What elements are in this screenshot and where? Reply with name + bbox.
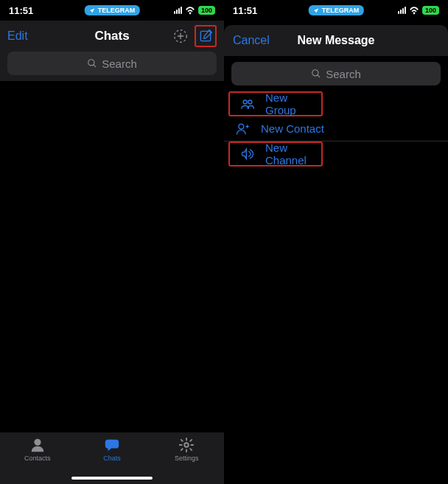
new-message-header: Cancel New Message	[224, 25, 448, 56]
telegram-icon	[313, 7, 320, 14]
svg-point-9	[239, 124, 244, 129]
status-time: 11:51	[9, 5, 33, 16]
phone-left: 11:51 TELEGRAM 100 Edit Chats	[0, 0, 224, 484]
contacts-icon	[29, 437, 46, 453]
status-bar: 11:51 TELEGRAM 100	[0, 0, 224, 21]
telegram-badge: TELEGRAM	[309, 5, 364, 15]
telegram-icon	[89, 7, 96, 14]
page-title: Chats	[94, 29, 129, 43]
phone-right: 11:51 TELEGRAM 100 Cancel New Message Se…	[224, 0, 448, 484]
search-icon	[87, 58, 97, 69]
settings-icon	[178, 437, 195, 453]
cancel-button[interactable]: Cancel	[233, 34, 270, 47]
menu-label: New Group	[265, 91, 311, 116]
search-icon	[311, 69, 321, 79]
wifi-icon	[409, 7, 419, 15]
tab-settings[interactable]: Settings	[164, 437, 209, 462]
svg-point-3	[34, 439, 41, 446]
new-folder-button[interactable]	[169, 25, 192, 47]
add-circle-dashed-icon	[172, 28, 189, 44]
wifi-icon	[185, 7, 195, 15]
svg-point-4	[105, 440, 115, 446]
svg-point-7	[243, 100, 247, 104]
add-contact-icon	[234, 122, 251, 136]
new-message-menu: New Group New Contact New Channel	[224, 91, 448, 166]
chats-list-empty	[0, 81, 224, 432]
signal-icon	[398, 7, 406, 14]
new-group-item[interactable]: New Group	[228, 91, 323, 116]
tab-chats[interactable]: Chats	[90, 437, 134, 462]
svg-point-5	[185, 443, 189, 447]
svg-rect-1	[200, 31, 210, 41]
status-bar: 11:51 TELEGRAM 100	[224, 0, 448, 21]
compose-button[interactable]	[195, 25, 217, 47]
tab-contacts[interactable]: Contacts	[15, 437, 60, 462]
search-input[interactable]: Search	[231, 62, 441, 85]
new-contact-item[interactable]: New Contact	[224, 116, 448, 141]
status-right: 100	[398, 6, 439, 15]
menu-label: New Channel	[265, 141, 311, 166]
new-channel-item[interactable]: New Channel	[228, 141, 323, 166]
telegram-badge: TELEGRAM	[85, 5, 140, 15]
group-icon	[240, 97, 255, 111]
status-time: 11:51	[233, 5, 257, 16]
search-input[interactable]: Search	[7, 52, 217, 75]
status-right: 100	[174, 6, 215, 15]
signal-icon	[174, 7, 182, 14]
battery-icon: 100	[198, 6, 215, 15]
home-indicator	[71, 477, 153, 480]
svg-point-8	[248, 100, 252, 104]
tab-bar: Contacts Chats Settings	[0, 432, 224, 484]
battery-icon: 100	[422, 6, 439, 15]
menu-label: New Contact	[261, 122, 324, 135]
compose-icon	[198, 29, 213, 43]
chats-header: Edit Chats Search	[0, 21, 224, 81]
edit-button[interactable]: Edit	[7, 29, 52, 43]
modal-title: New Message	[298, 34, 375, 47]
megaphone-icon	[240, 147, 255, 161]
chats-icon	[103, 437, 121, 453]
